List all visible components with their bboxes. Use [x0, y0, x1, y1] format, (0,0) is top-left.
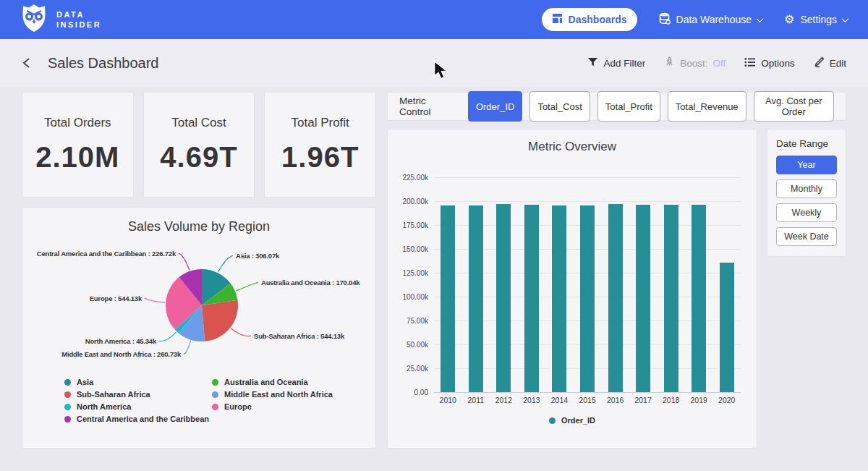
- legend-label: North America: [77, 402, 131, 411]
- y-tick-label: 125.00k: [402, 268, 428, 276]
- nav-item-label: Dashboards: [569, 14, 627, 25]
- metric-control-bar: Metric Control Order_IDTotal_CostTotal_P…: [387, 92, 846, 121]
- date-range-label: Date Range: [776, 138, 837, 149]
- metric-button-total-cost[interactable]: Total_Cost: [529, 91, 590, 122]
- bar-2016[interactable]: [608, 204, 623, 392]
- y-tick-label: 150.00k: [402, 245, 428, 253]
- pie-label-australia-and-oceania: Australia and Oceania : 170.04k: [261, 279, 360, 287]
- pie-leader-line: [179, 253, 190, 271]
- bar-cell: [712, 177, 741, 392]
- metric-button-order-id[interactable]: Order_ID: [468, 91, 522, 122]
- dashboard-grid-icon: [552, 13, 563, 26]
- bar-2018[interactable]: [664, 205, 678, 392]
- legend-dot: [64, 391, 71, 398]
- y-tick-label: 50.00k: [407, 341, 428, 349]
- y-tick-label: 200.00k: [402, 197, 428, 205]
- owl-logo-icon: [20, 4, 48, 35]
- kpi-row: Total Orders2.10MTotal Cost4.69TTotal Pr…: [22, 92, 376, 198]
- bar-cell: [490, 177, 518, 392]
- pie-legend-item-europe: Europe: [212, 402, 375, 411]
- edit-button[interactable]: Edit: [814, 56, 846, 69]
- nav-item-label: Data Warehouse: [676, 14, 752, 25]
- bar-2015[interactable]: [580, 205, 595, 392]
- y-tick-label: 75.00k: [407, 317, 428, 325]
- back-button[interactable]: [22, 57, 32, 69]
- pie-legend-item-middle-east-and-north-africa: Middle East and North Africa: [212, 390, 375, 399]
- x-axis-label: 2014: [545, 396, 574, 404]
- kpi-card-total-orders: Total Orders2.10M: [22, 92, 134, 198]
- nav-item-data-warehouse[interactable]: Data Warehouse: [659, 12, 763, 27]
- options-button[interactable]: Options: [744, 57, 795, 69]
- pie-legend-item-central-america-and-the-caribbean: Central America and the Caribbean: [64, 415, 212, 423]
- y-tick-label: 175.00k: [402, 221, 428, 229]
- bar-2012[interactable]: [496, 204, 511, 392]
- x-axis-label: 2018: [657, 396, 685, 404]
- bar-2017[interactable]: [636, 205, 650, 392]
- legend-dot: [64, 404, 71, 410]
- pie-label-europe: Europe : 544.13k: [90, 294, 142, 302]
- bar-cell: [574, 177, 602, 392]
- kpi-card-total-profit: Total Profit1.96T: [264, 92, 376, 198]
- y-tick-label: 225.00k: [402, 174, 428, 182]
- metric-button-total-profit[interactable]: Total_Profit: [597, 91, 660, 122]
- header-actions: Add Filter Boost: Off Options: [587, 56, 846, 69]
- nav-item-settings[interactable]: ⚙ Settings: [784, 14, 848, 25]
- legend-dot: [64, 379, 71, 386]
- date-range-button-year[interactable]: Year: [776, 156, 837, 174]
- boost-toggle[interactable]: Boost: Off: [664, 56, 726, 69]
- x-axis-label: 2011: [462, 396, 490, 404]
- bar-2013[interactable]: [524, 205, 539, 392]
- pie-chart-card: Sales Volume by Region Asia : 306.07kAus…: [22, 207, 376, 449]
- bar-2010[interactable]: [441, 205, 455, 392]
- y-tick-label: 25.00k: [407, 365, 428, 373]
- bar-2020[interactable]: [720, 263, 734, 392]
- x-axis-label: 2015: [574, 396, 602, 404]
- dashboard-body: Total Orders2.10MTotal Cost4.69TTotal Pr…: [0, 87, 868, 449]
- bar-2011[interactable]: [469, 205, 483, 392]
- legend-label: Central America and the Caribbean: [77, 415, 209, 423]
- pie-leader-line: [184, 341, 191, 355]
- nav-item-dashboards[interactable]: Dashboards: [542, 8, 637, 31]
- legend-label: Europe: [224, 402, 252, 411]
- legend-dot: [212, 391, 218, 398]
- kpi-label: Total Cost: [171, 116, 226, 130]
- y-tick-label: 0.00: [414, 389, 428, 396]
- kpi-label: Total Orders: [44, 116, 111, 130]
- y-tick-label: 100.00k: [402, 293, 428, 301]
- pie-leader-line: [236, 282, 258, 291]
- legend-dot: [212, 404, 218, 410]
- gear-icon: ⚙: [784, 14, 794, 25]
- boost-state: Off: [712, 58, 726, 69]
- bar-cell: [685, 177, 713, 392]
- x-axis-labels: 2010201120122013201420152016201720182019…: [434, 396, 741, 404]
- date-range-button-monthly[interactable]: Monthly: [776, 179, 837, 198]
- metric-button-avg-cost-per-order[interactable]: Avg. Cost per Order: [754, 91, 834, 122]
- bar-2019[interactable]: [692, 205, 706, 392]
- nav-menu: Dashboards Data Warehouse ⚙ Settings: [542, 8, 848, 31]
- legend-label: Middle East and North Africa: [224, 390, 333, 399]
- pie-label-central-america-and-the-caribbean: Central America and the Caribbean : 226.…: [37, 250, 176, 258]
- date-range-button-weekly[interactable]: Weekly: [776, 203, 837, 222]
- kpi-value: 1.96T: [281, 141, 359, 174]
- metric-button-total-revenue[interactable]: Total_Revenue: [668, 91, 746, 122]
- pie-label-sub-saharan-africa: Sub-Saharan Africa : 544.13k: [254, 332, 345, 340]
- bar-cell: [462, 177, 490, 392]
- x-axis-label: 2013: [518, 396, 546, 404]
- pie-legend-item-sub-saharan-africa: Sub-Saharan Africa: [64, 390, 212, 399]
- kpi-card-total-cost: Total Cost4.69T: [143, 92, 255, 198]
- bar-cell: [545, 177, 574, 392]
- add-filter-button[interactable]: Add Filter: [587, 57, 645, 69]
- kpi-value: 4.69T: [160, 141, 237, 174]
- page-header: Sales Dashboard Add Filter Boost: Off: [0, 39, 868, 87]
- bar-2014[interactable]: [552, 205, 566, 392]
- date-range-button-week-date[interactable]: Week Date: [776, 227, 837, 246]
- pie-slice-sub-saharan-africa[interactable]: [202, 300, 238, 341]
- x-axis-label: 2020: [712, 396, 741, 404]
- metric-control-label: Metric Control: [399, 96, 457, 117]
- metric-control-buttons: Order_IDTotal_CostTotal_ProfitTotal_Reve…: [468, 91, 834, 122]
- legend-dot: [64, 416, 71, 423]
- kpi-label: Total Profit: [292, 116, 349, 130]
- pencil-icon: [814, 56, 825, 69]
- top-nav: DATA INSIDER Dashboards: [0, 0, 868, 39]
- page-title: Sales Dashboard: [48, 55, 158, 72]
